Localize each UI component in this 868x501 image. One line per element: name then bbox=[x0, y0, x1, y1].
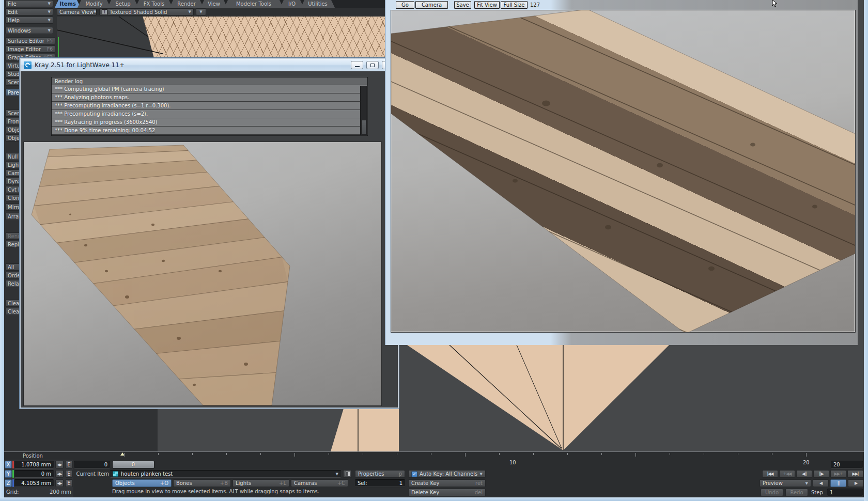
full-size-button[interactable]: Full Size bbox=[501, 1, 528, 9]
sidebar-item-image-editor[interactable]: Image EditorF6 bbox=[5, 45, 55, 53]
end-frame-field[interactable]: 20 bbox=[831, 461, 863, 468]
play-button-0[interactable]: ◀ bbox=[813, 479, 829, 487]
step-field[interactable]: 1 bbox=[827, 489, 863, 496]
play-button-2[interactable]: ▶ bbox=[848, 479, 864, 487]
save-button[interactable]: Save bbox=[454, 1, 471, 9]
chevron-down-icon: ▼ bbox=[94, 10, 96, 14]
mouse-cursor bbox=[772, 0, 778, 7]
transport-button-2[interactable]: ◀|| bbox=[796, 470, 812, 478]
go-button[interactable]: Go bbox=[396, 1, 414, 9]
tab-fx-tools[interactable]: FX Tools bbox=[135, 0, 173, 8]
tab-i-o[interactable]: I/O bbox=[280, 0, 304, 8]
sidebar-item-label: Null bbox=[8, 154, 18, 160]
menu-file[interactable]: File▼ bbox=[5, 0, 53, 7]
shade-mode-dropdown[interactable]: T Textured Shaded Solid ▼ bbox=[99, 8, 194, 15]
current-item-dropdown[interactable]: houten planken test ▼ bbox=[110, 470, 341, 478]
create-key-label: Create Key bbox=[411, 480, 440, 486]
envelope-button-x[interactable]: E bbox=[65, 461, 73, 468]
spinner-y[interactable]: ◀▶ bbox=[55, 470, 64, 478]
render-log-line: *** Precomputing irradiances (s=1 r=0.30… bbox=[52, 102, 360, 110]
tab-render[interactable]: Render bbox=[169, 0, 204, 8]
menu-label: File bbox=[8, 1, 17, 7]
preview-dropdown[interactable]: Preview ▼ bbox=[760, 479, 811, 487]
scrollbar-thumb[interactable] bbox=[361, 120, 366, 134]
tab-setup[interactable]: Setup bbox=[107, 0, 138, 8]
transport-button-0[interactable]: |◀◀ bbox=[762, 470, 778, 478]
tab-modify[interactable]: Modify bbox=[78, 0, 111, 8]
render-log-scrollbar[interactable] bbox=[360, 86, 367, 135]
category-lights-button[interactable]: Lights+L bbox=[233, 479, 289, 487]
split-view-button[interactable] bbox=[343, 470, 352, 478]
kray-titlebar[interactable]: Kray 2.51 for LightWave 11+ bbox=[21, 59, 398, 71]
tab-view[interactable]: View bbox=[200, 0, 227, 8]
transport-button-4[interactable]: ▶▶+ bbox=[830, 470, 846, 478]
viewport-options-dropdown[interactable]: ▼ bbox=[196, 8, 206, 15]
chevron-down-icon: ▼ bbox=[48, 18, 51, 22]
axis-button-x[interactable]: X bbox=[5, 461, 12, 468]
ruler-tick bbox=[601, 453, 602, 455]
axis-button-y[interactable]: Y bbox=[5, 470, 12, 478]
menu-windows[interactable]: Windows▼ bbox=[5, 27, 53, 34]
axis-button-z[interactable]: Z bbox=[5, 479, 12, 487]
ruler-tick bbox=[704, 453, 704, 455]
chevron-down-icon: ▼ bbox=[199, 10, 202, 14]
texture-icon: T bbox=[102, 9, 107, 15]
undo-button[interactable]: Undo bbox=[761, 489, 783, 496]
camera-button[interactable]: Camera bbox=[415, 1, 448, 9]
redo-button[interactable]: Redo bbox=[785, 489, 808, 496]
sidebar-item-label: All bbox=[8, 264, 14, 270]
chevron-down-icon: ▼ bbox=[189, 10, 191, 14]
transport-button-3[interactable]: ||▶ bbox=[813, 470, 829, 478]
maximize-button[interactable] bbox=[366, 61, 379, 69]
ruler-tick bbox=[465, 453, 466, 457]
create-key-button[interactable]: Create Key ret bbox=[408, 479, 486, 487]
category-bones-button[interactable]: Bones+B bbox=[173, 479, 231, 487]
category-label: Lights bbox=[236, 480, 251, 486]
render-log-panel: Render log *** Computing global PM (came… bbox=[51, 77, 368, 136]
window-frame-bottom bbox=[0, 497, 868, 501]
menu-edit[interactable]: Edit▼ bbox=[5, 8, 53, 15]
category-label: Objects bbox=[115, 480, 135, 486]
chevron-down-icon: ▼ bbox=[48, 28, 51, 33]
render-image[interactable] bbox=[391, 10, 856, 333]
sidebar-item-surface-editor[interactable]: Surface EditorF5 bbox=[5, 37, 55, 44]
position-z-field[interactable]: 4.1053 mm bbox=[14, 479, 54, 487]
ruler-label-20: 20 bbox=[803, 460, 810, 465]
category-objects-button[interactable]: Objects+O bbox=[112, 479, 172, 487]
fit-view-button[interactable]: Fit View bbox=[474, 1, 500, 9]
position-y-field[interactable]: 0 m bbox=[14, 470, 54, 478]
ruler-tick bbox=[329, 453, 329, 455]
ruler-tick bbox=[397, 453, 397, 455]
category-label: Bones bbox=[176, 480, 192, 486]
autokey-button[interactable]: ✓ Auto Key: All Channels ▼ bbox=[408, 470, 486, 478]
ruler-tick bbox=[363, 453, 363, 455]
delete-key-button[interactable]: Delete Key del bbox=[408, 489, 486, 496]
checkbox-checked-icon[interactable]: ✓ bbox=[411, 471, 417, 477]
view-type-dropdown[interactable]: Camera View ▼ bbox=[57, 8, 97, 15]
transport-button-1[interactable]: +◀◀ bbox=[779, 470, 795, 478]
timeline-slider-handle[interactable]: 0 bbox=[112, 461, 154, 468]
menu-help[interactable]: Help▼ bbox=[5, 17, 53, 24]
tab-items[interactable]: Items bbox=[55, 0, 81, 8]
current-frame-field[interactable]: 0 bbox=[74, 461, 110, 468]
current-frame-value: 0 bbox=[104, 462, 107, 467]
properties-button[interactable]: Properties p bbox=[355, 470, 405, 478]
category-cameras-button[interactable]: Cameras+C bbox=[291, 479, 348, 487]
viewport-ground-plane bbox=[57, 17, 388, 59]
transport-button-5[interactable]: ▶▶| bbox=[847, 470, 863, 478]
minimize-button[interactable] bbox=[351, 61, 363, 69]
redo-label: Redo bbox=[790, 490, 803, 495]
viewport-edges bbox=[57, 17, 388, 59]
tab-utilities[interactable]: Utilities bbox=[301, 0, 335, 8]
kray-render-image bbox=[23, 142, 382, 406]
envelope-button-z[interactable]: E bbox=[65, 479, 73, 487]
play-button-1[interactable]: || bbox=[830, 479, 846, 487]
zoom-level: 127 bbox=[530, 2, 540, 8]
envelope-button-y[interactable]: E bbox=[65, 470, 73, 478]
spinner-x[interactable]: ◀▶ bbox=[55, 461, 64, 468]
tab-modeler-tools[interactable]: Modeler Tools bbox=[224, 0, 283, 8]
position-x-field[interactable]: 1.0708 mm bbox=[14, 461, 54, 468]
ruler-tick bbox=[772, 453, 772, 455]
spinner-z[interactable]: ◀▶ bbox=[55, 479, 64, 487]
sel-label: Sel: bbox=[358, 480, 367, 486]
